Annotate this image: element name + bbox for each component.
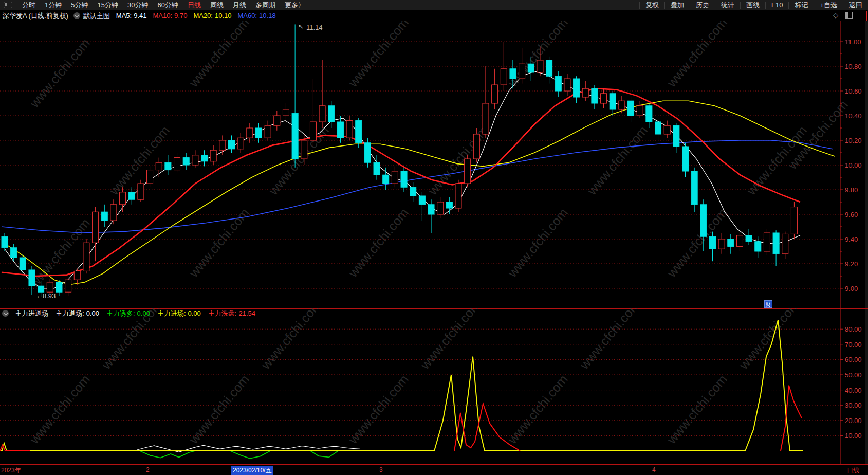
svg-text:80.00: 80.00	[845, 325, 862, 333]
tab-multi-period[interactable]: 多周期	[251, 1, 280, 10]
svg-text:30.00: 30.00	[845, 401, 862, 409]
button-add-watchlist[interactable]: +自选	[814, 2, 843, 9]
tab-1min[interactable]: 1分钟	[40, 1, 66, 10]
svg-text:10.80: 10.80	[845, 63, 862, 70]
chevron-down-circle-icon[interactable]	[2, 310, 9, 317]
svg-text:www.cfchi.com: www.cfchi.com	[266, 123, 331, 198]
axis-month-label: 3	[379, 466, 383, 473]
period-toolbar: 分时 1分钟 5分钟 15分钟 30分钟 60分钟 日线 周线 月线 多周期 更…	[0, 0, 868, 10]
svg-text:www.cfchi.com: www.cfchi.com	[345, 206, 411, 280]
button-draw-line[interactable]: 画线	[740, 2, 765, 9]
svg-text:40.00: 40.00	[845, 387, 862, 394]
axis-month-label: 4	[652, 466, 656, 473]
button-overlay[interactable]: 叠加	[664, 2, 690, 9]
main-chart-style-selector[interactable]: 默认主图	[83, 11, 110, 21]
axis-year-label: 2023年	[1, 466, 21, 475]
svg-text:www.cfchi.com: www.cfchi.com	[736, 308, 802, 372]
tab-5min[interactable]: 5分钟	[66, 1, 93, 10]
main-candlestick-chart[interactable]: www.cfchi.comwww.cfchi.comwww.cfchi.comw…	[0, 21, 868, 308]
tab-weekly[interactable]: 周线	[206, 1, 228, 10]
button-back[interactable]: 返回	[843, 2, 868, 9]
indicator-title[interactable]: 主力进退场	[15, 309, 48, 318]
chevron-down-circle-icon[interactable]	[73, 12, 80, 19]
tab-fenshi[interactable]: 分时	[17, 1, 40, 10]
svg-text:9.40: 9.40	[845, 235, 858, 243]
svg-text:www.cfchi.com: www.cfchi.com	[577, 308, 642, 372]
svg-text:50.00: 50.00	[845, 371, 862, 379]
indicator-field-wash: 主力洗盘:21.54	[208, 309, 255, 318]
ma5-legend: MA5:9.41	[116, 12, 147, 20]
svg-text:www.cfchi.com: www.cfchi.com	[186, 206, 252, 280]
svg-text:↖: ↖	[298, 23, 304, 30]
diamond-icon[interactable]: ◇	[833, 11, 838, 19]
tools-menu: 复权 叠加 历史 统计 画线 F10 标记 +自选 返回	[639, 0, 868, 10]
ma20-legend: MA20:10.10	[193, 12, 231, 20]
button-f10[interactable]: F10	[765, 2, 788, 9]
tab-15min[interactable]: 15分钟	[93, 1, 122, 10]
svg-text:10.00: 10.00	[845, 161, 862, 169]
svg-text:10.20: 10.20	[845, 137, 862, 144]
svg-text:9.80: 9.80	[845, 186, 858, 194]
date-axis[interactable]: 2023年 2 2023/02/10/五 3 4 日线	[0, 465, 868, 475]
axis-selected-date[interactable]: 2023/02/10/五	[231, 466, 273, 475]
stock-title: 深华发A (日线.前复权)	[3, 11, 68, 21]
svg-text:70.00: 70.00	[845, 341, 862, 349]
button-mark[interactable]: 标记	[788, 2, 814, 9]
svg-text:www.cfchi.com: www.cfchi.com	[27, 36, 93, 111]
svg-text:←8.93: ←8.93	[36, 292, 56, 300]
svg-text:10.60: 10.60	[845, 87, 862, 95]
indicator-field-enter: 主力进场:0.00	[157, 309, 201, 318]
svg-text:60.00: 60.00	[845, 356, 862, 363]
tab-monthly[interactable]: 月线	[228, 1, 251, 10]
svg-text:9.00: 9.00	[845, 285, 858, 293]
ma10-legend: MA10:9.70	[153, 12, 188, 20]
ma60-legend: MA60:10.18	[238, 12, 276, 20]
svg-text:www.cfchi.com: www.cfchi.com	[27, 216, 93, 290]
layout-toggle-icon[interactable]	[4, 2, 12, 8]
indicator-sub-chart[interactable]: www.cfchi.comwww.cfchi.comwww.cfchi.comw…	[0, 308, 868, 464]
svg-text:9.20: 9.20	[845, 260, 858, 268]
svg-text:www.cfchi.com: www.cfchi.com	[505, 206, 570, 280]
svg-text:10.00: 10.00	[845, 432, 862, 440]
axis-month-label: 2	[146, 466, 150, 473]
finance-marker-badge[interactable]: 财	[764, 300, 772, 308]
tab-more[interactable]: 更多〉	[280, 1, 309, 10]
button-stats[interactable]: 统计	[715, 2, 740, 9]
tab-60min[interactable]: 60分钟	[153, 1, 182, 10]
tab-daily[interactable]: 日线	[183, 1, 206, 10]
svg-text:www.cfchi.com: www.cfchi.com	[584, 123, 650, 198]
button-history[interactable]: 历史	[690, 2, 715, 9]
svg-text:10.40: 10.40	[845, 112, 862, 120]
button-fuquan[interactable]: 复权	[639, 2, 664, 9]
svg-text:11.14: 11.14	[306, 24, 323, 31]
split-view-icon[interactable]	[845, 12, 853, 19]
svg-text:www.cfchi.com: www.cfchi.com	[99, 308, 164, 372]
svg-text:20.00: 20.00	[845, 417, 862, 425]
scroll-indicator[interactable]	[866, 11, 867, 21]
chart-view-icons: ◇	[833, 11, 853, 19]
indicator-field-lure: 主力诱多:0.00	[106, 309, 150, 318]
indicator-field-exit: 主力退场:0.00	[56, 309, 99, 318]
svg-text:www.cfchi.com: www.cfchi.com	[186, 21, 252, 90]
indicator-header: 主力进退场 主力退场:0.00 主力诱多:0.00 主力进场:0.00 主力洗盘…	[2, 309, 255, 318]
svg-text:9.60: 9.60	[845, 211, 858, 218]
svg-text:www.cfchi.com: www.cfchi.com	[345, 21, 411, 90]
axis-period-label: 日线	[847, 466, 859, 475]
svg-text:www.cfchi.com: www.cfchi.com	[664, 21, 730, 90]
stock-info-bar: 深华发A (日线.前复权) 默认主图 MA5:9.41 MA10:9.70 MA…	[0, 10, 868, 21]
svg-text:11.00: 11.00	[845, 38, 861, 46]
tab-30min[interactable]: 30分钟	[123, 1, 153, 10]
svg-text:www.cfchi.com: www.cfchi.com	[258, 308, 324, 372]
